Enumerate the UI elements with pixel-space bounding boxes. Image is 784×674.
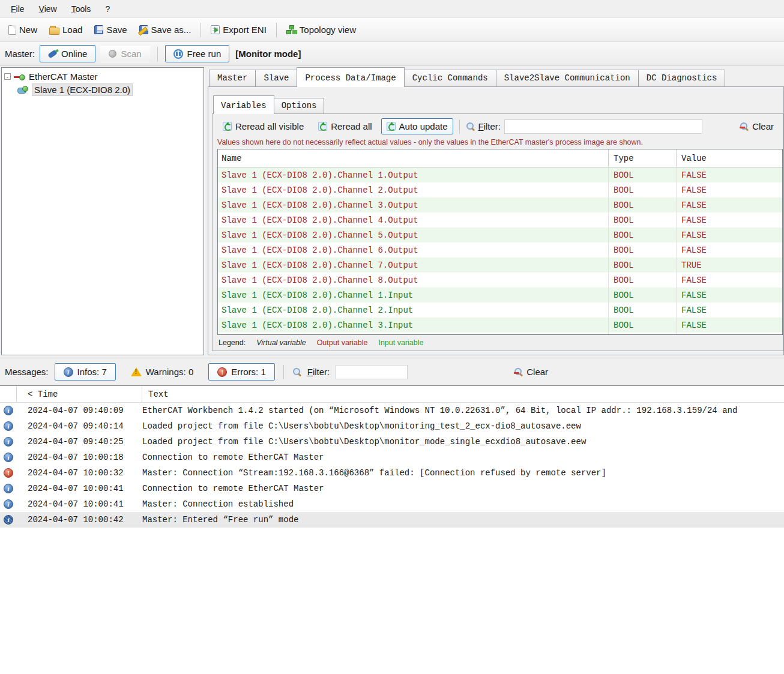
save-disk-icon bbox=[94, 25, 103, 34]
message-level-icon bbox=[4, 406, 13, 415]
log-time: 2024-04-07 10:00:41 bbox=[17, 484, 142, 493]
variable-name: Slave 1 (ECX-DIO8 2.0).Channel 4.Output bbox=[218, 215, 608, 225]
tab-cyclic-commands[interactable]: Cyclic Commands bbox=[404, 70, 496, 86]
log-text: Loaded project from file C:\Users\bobtu\… bbox=[142, 421, 784, 431]
variable-value: FALSE bbox=[676, 317, 782, 332]
variable-row[interactable]: Slave 1 (ECX-DIO8 2.0).Channel 3.Output … bbox=[218, 197, 782, 212]
log-text: Loaded project from file C:\Users\bobtu\… bbox=[142, 437, 784, 447]
message-log-rows: 2024-04-07 09:40:09 EtherCAT Workbench 1… bbox=[0, 403, 784, 528]
varsbar-separator bbox=[459, 119, 460, 134]
log-row[interactable]: 2024-04-07 10:00:18 Connection to remote… bbox=[0, 450, 784, 465]
clear-filter-button[interactable]: Clear bbox=[735, 118, 778, 134]
variable-row[interactable]: Slave 1 (ECX-DIO8 2.0).Channel 6.Output … bbox=[218, 242, 782, 257]
save-button[interactable]: Save bbox=[89, 22, 131, 38]
log-row[interactable]: 2024-04-07 10:00:42 Master: Entered “Fre… bbox=[0, 512, 784, 528]
tab-variables[interactable]: Variables bbox=[213, 95, 274, 114]
detail-pane: Master Slave Process Data/Image Cyclic C… bbox=[208, 67, 784, 355]
log-row[interactable]: 2024-04-07 10:00:41 Master: Connection e… bbox=[0, 496, 784, 512]
tab-slave[interactable]: Slave bbox=[255, 70, 297, 86]
scan-label: Scan bbox=[121, 49, 141, 59]
menu-file[interactable]: File bbox=[4, 2, 32, 16]
export-eni-button[interactable]: Export ENI bbox=[206, 22, 271, 38]
variable-row[interactable]: Slave 1 (ECX-DIO8 2.0).Channel 5.Output … bbox=[218, 227, 782, 242]
column-header-value[interactable]: Value bbox=[676, 149, 782, 167]
tree-node-slave1[interactable]: Slave 1 (ECX-DIO8 2.0) bbox=[3, 83, 202, 97]
tab-slave2slave-communication[interactable]: Slave2Slave Communication bbox=[496, 70, 639, 86]
tab-master[interactable]: Master bbox=[209, 70, 256, 86]
collapse-expander-icon[interactable]: - bbox=[4, 73, 11, 80]
reread-all-visible-button[interactable]: Reread all visible bbox=[217, 118, 309, 134]
variables-filter-input[interactable] bbox=[504, 119, 702, 134]
new-document-icon bbox=[8, 25, 16, 35]
free-run-label: Free run bbox=[187, 49, 222, 59]
variable-row[interactable]: Slave 1 (ECX-DIO8 2.0).Channel 7.Output … bbox=[218, 257, 782, 272]
column-header-type[interactable]: Type bbox=[608, 149, 676, 167]
message-level-icon bbox=[4, 499, 13, 509]
master-node-label: EtherCAT Master bbox=[29, 71, 97, 82]
variable-row[interactable]: Slave 1 (ECX-DIO8 2.0).Channel 4.Input B… bbox=[218, 332, 782, 334]
column-header-text[interactable]: Text bbox=[142, 390, 784, 399]
variable-row[interactable]: Slave 1 (ECX-DIO8 2.0).Channel 2.Output … bbox=[218, 182, 782, 197]
variable-name: Slave 1 (ECX-DIO8 2.0).Channel 3.Input bbox=[218, 320, 608, 330]
legend-bar: Legend: Virtual variable Output variable… bbox=[213, 335, 783, 351]
message-level-icon bbox=[4, 453, 13, 462]
column-header-time[interactable]: < Time bbox=[17, 386, 142, 402]
variable-value: FALSE bbox=[676, 272, 782, 287]
infos-filter-button[interactable]: Infos: 7 bbox=[55, 363, 116, 381]
variable-row[interactable]: Slave 1 (ECX-DIO8 2.0).Channel 2.Input B… bbox=[218, 302, 782, 317]
menu-bar: File View Tools ? bbox=[0, 0, 784, 18]
tab-options[interactable]: Options bbox=[274, 98, 325, 113]
variable-name: Slave 1 (ECX-DIO8 2.0).Channel 2.Input bbox=[218, 305, 608, 315]
toolbar-separator bbox=[276, 23, 277, 37]
scan-button[interactable]: Scan bbox=[100, 45, 149, 62]
topology-view-button[interactable]: Topology view bbox=[282, 22, 361, 38]
reread-all-visible-label: Reread all visible bbox=[235, 121, 304, 131]
process-data-tab-page: Variables Options Reread all visible Rer… bbox=[208, 86, 784, 355]
variable-row[interactable]: Slave 1 (ECX-DIO8 2.0).Channel 4.Output … bbox=[218, 212, 782, 227]
menu-help[interactable]: ? bbox=[98, 2, 117, 16]
filter-label: Filter: bbox=[478, 121, 501, 131]
variables-grid-header: Name Type Value bbox=[218, 149, 782, 167]
variable-type: BOOL bbox=[608, 302, 676, 317]
variable-row[interactable]: Slave 1 (ECX-DIO8 2.0).Channel 1.Input B… bbox=[218, 287, 782, 302]
auto-update-toggle-button[interactable]: Auto update bbox=[381, 118, 453, 134]
errors-filter-button[interactable]: Errors: 1 bbox=[208, 363, 275, 381]
reread-all-button[interactable]: Reread all bbox=[313, 118, 377, 134]
new-button-label: New bbox=[19, 25, 37, 35]
save-as-button[interactable]: Save as... bbox=[134, 22, 196, 38]
variable-value: FALSE bbox=[676, 332, 782, 334]
column-header-name[interactable]: Name bbox=[218, 154, 608, 163]
load-button[interactable]: Load bbox=[44, 22, 87, 38]
messages-clear-filter-button[interactable]: Clear bbox=[510, 364, 552, 380]
tree-node-ethercat-master[interactable]: - EtherCAT Master bbox=[3, 70, 202, 83]
log-row[interactable]: 2024-04-07 09:40:14 Loaded project from … bbox=[0, 418, 784, 434]
warnings-filter-button[interactable]: Warnings: 0 bbox=[122, 363, 202, 381]
variable-row[interactable]: Slave 1 (ECX-DIO8 2.0).Channel 1.Output … bbox=[218, 167, 782, 182]
variable-row[interactable]: Slave 1 (ECX-DIO8 2.0).Channel 3.Input B… bbox=[218, 317, 782, 332]
variable-type: BOOL bbox=[608, 182, 676, 197]
reread-all-label: Reread all bbox=[331, 121, 372, 131]
variable-name: Slave 1 (ECX-DIO8 2.0).Channel 5.Output bbox=[218, 230, 608, 240]
variable-value: FALSE bbox=[676, 167, 782, 182]
variable-name: Slave 1 (ECX-DIO8 2.0).Channel 1.Input bbox=[218, 290, 608, 300]
tab-process-data-image[interactable]: Process Data/Image bbox=[297, 67, 404, 87]
variable-value: FALSE bbox=[676, 242, 782, 257]
new-button[interactable]: New bbox=[4, 22, 42, 38]
column-header-level bbox=[0, 386, 17, 402]
log-time: 2024-04-07 10:00:41 bbox=[17, 499, 142, 509]
log-row[interactable]: 2024-04-07 09:40:25 Loaded project from … bbox=[0, 434, 784, 450]
menu-tools[interactable]: Tools bbox=[64, 2, 98, 16]
log-row[interactable]: 2024-04-07 09:40:09 EtherCAT Workbench 1… bbox=[0, 403, 784, 418]
messages-filter-input[interactable] bbox=[336, 365, 408, 379]
tab-dc-diagnostics[interactable]: DC Diagnostics bbox=[638, 70, 726, 86]
menu-view[interactable]: View bbox=[32, 2, 64, 16]
refresh-icon bbox=[223, 122, 232, 131]
free-run-toggle-button[interactable]: Free run bbox=[165, 45, 230, 62]
log-row[interactable]: 2024-04-07 10:00:32 Master: Connection “… bbox=[0, 465, 784, 481]
pause-icon bbox=[173, 49, 183, 59]
online-toggle-button[interactable]: Online bbox=[40, 45, 95, 62]
variable-type: BOOL bbox=[608, 287, 676, 302]
variable-row[interactable]: Slave 1 (ECX-DIO8 2.0).Channel 8.Output … bbox=[218, 272, 782, 287]
log-row[interactable]: 2024-04-07 10:00:41 Connection to remote… bbox=[0, 481, 784, 496]
legend-label: Legend: bbox=[219, 339, 246, 347]
